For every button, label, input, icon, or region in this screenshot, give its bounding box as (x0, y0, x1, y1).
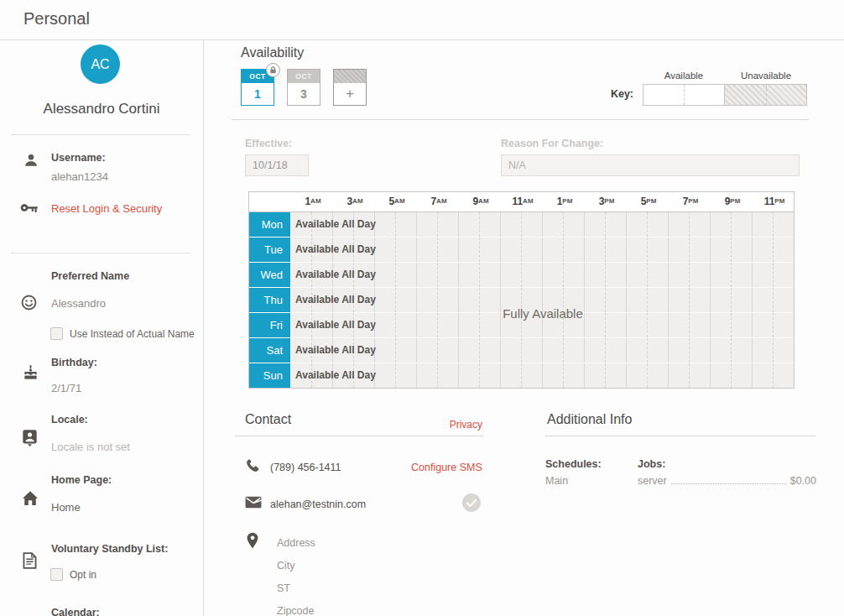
address-placeholder[interactable]: Address (277, 537, 315, 549)
hour-cell[interactable] (605, 363, 626, 388)
hour-cell[interactable] (437, 338, 458, 363)
reset-login-security-link[interactable]: Reset Login & Security (51, 202, 162, 215)
day-availability-track[interactable]: Available All Day (290, 263, 794, 287)
hour-cell[interactable] (458, 238, 479, 262)
hour-cell[interactable] (773, 212, 794, 237)
hour-cell[interactable] (416, 338, 437, 363)
hour-cell[interactable] (374, 338, 395, 363)
hour-cell[interactable] (689, 238, 710, 262)
zipcode-placeholder[interactable]: Zipcode (277, 605, 314, 616)
hour-cell[interactable] (521, 212, 542, 237)
hour-cell[interactable] (500, 238, 521, 262)
hour-cell[interactable] (668, 363, 689, 388)
hour-cell[interactable] (626, 263, 647, 287)
privacy-link[interactable]: Privacy (450, 419, 482, 431)
use-instead-checkbox[interactable] (50, 327, 63, 340)
hour-cell[interactable] (563, 238, 584, 262)
reason-for-change-input[interactable] (501, 154, 800, 176)
state-placeholder[interactable]: ST (277, 582, 290, 594)
hour-cell[interactable] (395, 338, 416, 363)
hour-cell[interactable] (437, 263, 458, 287)
hour-cell[interactable] (668, 212, 689, 237)
hour-cell[interactable] (731, 238, 752, 262)
hour-cell[interactable] (584, 363, 605, 388)
hour-cell[interactable] (437, 212, 458, 237)
day-availability-track[interactable]: Available All Day (290, 338, 794, 363)
hour-cell[interactable] (542, 238, 563, 262)
hour-cell[interactable] (647, 363, 668, 388)
hour-cell[interactable] (479, 212, 500, 237)
hour-cell[interactable] (458, 263, 479, 287)
hour-cell[interactable] (500, 363, 521, 388)
hour-cell[interactable] (626, 363, 647, 388)
hour-cell[interactable] (773, 338, 794, 363)
hour-cell[interactable] (542, 338, 563, 363)
configure-sms-link[interactable]: Configure SMS (411, 462, 482, 473)
hour-cell[interactable] (647, 338, 668, 363)
effective-input[interactable] (245, 154, 309, 176)
hour-cell[interactable] (710, 238, 731, 262)
hour-cell[interactable] (647, 212, 668, 237)
hour-cell[interactable] (689, 212, 710, 237)
hour-cell[interactable] (563, 338, 584, 363)
hour-cell[interactable] (479, 338, 500, 363)
hour-cell[interactable] (584, 263, 605, 287)
hour-cell[interactable] (563, 263, 584, 287)
hour-cell[interactable] (521, 263, 542, 287)
hour-cell[interactable] (479, 238, 500, 262)
hour-cell[interactable] (395, 212, 416, 237)
hour-cell[interactable] (710, 263, 731, 287)
hour-cell[interactable] (458, 212, 479, 237)
hour-cell[interactable] (584, 338, 605, 363)
hour-cell[interactable] (542, 363, 563, 388)
hour-cell[interactable] (710, 338, 731, 363)
hour-cell[interactable] (479, 363, 500, 388)
hour-cell[interactable] (374, 238, 395, 262)
hour-cell[interactable] (605, 238, 626, 262)
hour-cell[interactable] (479, 263, 500, 287)
hour-cell[interactable] (668, 238, 689, 262)
hour-cell[interactable] (416, 238, 437, 262)
availability-date-card[interactable]: OCT3 (287, 69, 320, 106)
city-placeholder[interactable]: City (277, 560, 295, 572)
hour-cell[interactable] (563, 212, 584, 237)
hour-cell[interactable] (605, 263, 626, 287)
hour-cell[interactable] (773, 363, 794, 388)
hour-cell[interactable] (752, 263, 773, 287)
hour-cell[interactable] (731, 263, 752, 287)
hour-cell[interactable] (710, 363, 731, 388)
hour-cell[interactable] (500, 338, 521, 363)
hour-cell[interactable] (521, 363, 542, 388)
hour-cell[interactable] (395, 238, 416, 262)
avatar[interactable]: AC (81, 44, 120, 84)
hour-cell[interactable] (584, 212, 605, 237)
day-availability-track[interactable]: Available All Day (290, 212, 794, 237)
hour-cell[interactable] (500, 263, 521, 287)
hour-cell[interactable] (626, 238, 647, 262)
hour-cell[interactable] (563, 363, 584, 388)
hour-cell[interactable] (731, 363, 752, 388)
hour-cell[interactable] (689, 338, 710, 363)
hour-cell[interactable] (731, 212, 752, 237)
hour-cell[interactable] (668, 263, 689, 287)
hour-cell[interactable] (773, 263, 794, 287)
hour-cell[interactable] (374, 363, 395, 388)
hour-cell[interactable] (437, 363, 458, 388)
hour-cell[interactable] (689, 263, 710, 287)
hour-cell[interactable] (458, 338, 479, 363)
hour-cell[interactable] (647, 238, 668, 262)
hour-cell[interactable] (416, 212, 437, 237)
hour-cell[interactable] (374, 212, 395, 237)
hour-cell[interactable] (626, 212, 647, 237)
hour-cell[interactable] (752, 238, 773, 262)
hour-cell[interactable] (542, 212, 563, 237)
hour-cell[interactable] (605, 212, 626, 237)
hour-cell[interactable] (605, 338, 626, 363)
hour-cell[interactable] (626, 338, 647, 363)
hour-cell[interactable] (395, 263, 416, 287)
hour-cell[interactable] (416, 363, 437, 388)
availability-date-card[interactable]: + (333, 69, 367, 106)
hour-cell[interactable] (542, 263, 563, 287)
hour-cell[interactable] (458, 363, 479, 388)
hour-cell[interactable] (584, 238, 605, 262)
